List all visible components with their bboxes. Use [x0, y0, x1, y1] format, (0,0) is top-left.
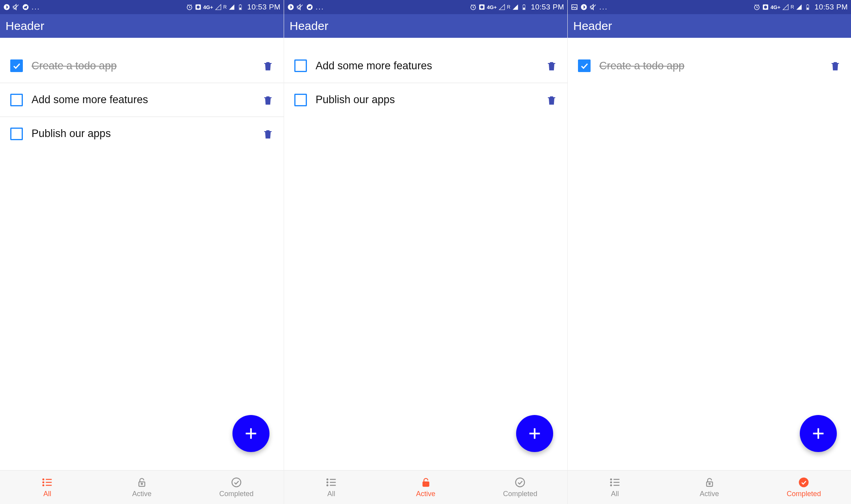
- todo-label: Publish our apps: [32, 128, 262, 140]
- mute-icon: [13, 4, 20, 11]
- alarm-icon: [753, 4, 760, 11]
- overflow-icon: ...: [316, 3, 324, 11]
- battery-icon: [520, 4, 528, 11]
- app-icon: [195, 4, 202, 11]
- tab-all[interactable]: All: [0, 471, 95, 504]
- svg-point-15: [43, 482, 44, 483]
- svg-point-59: [799, 478, 808, 487]
- signal-icon-2: [512, 4, 519, 11]
- tab-completed[interactable]: Completed: [473, 471, 567, 504]
- notification-icon: [3, 4, 10, 11]
- status-left: ...: [3, 3, 40, 11]
- trash-icon[interactable]: [262, 94, 273, 106]
- page-title: Header: [573, 19, 612, 33]
- tab-label: Active: [700, 490, 719, 498]
- todo-list: Create a todo app Add some more features…: [0, 38, 284, 470]
- page-title: Header: [290, 19, 328, 33]
- todo-checkbox[interactable]: [294, 59, 307, 72]
- svg-rect-27: [524, 4, 525, 5]
- telegram-icon: [306, 4, 313, 11]
- svg-rect-28: [523, 8, 525, 10]
- tab-completed[interactable]: Completed: [189, 471, 284, 504]
- tab-all[interactable]: All: [284, 471, 379, 504]
- todo-item: Publish our apps: [284, 83, 567, 117]
- todo-list: Add some more features Publish our apps: [284, 38, 567, 470]
- bottom-tabs: All Active Completed: [568, 470, 851, 504]
- overflow-icon: ...: [32, 3, 40, 11]
- todo-item: Add some more features: [0, 83, 284, 117]
- status-time: 10:53 PM: [247, 3, 281, 11]
- unlock-icon: [136, 476, 148, 488]
- todo-checkbox[interactable]: [10, 59, 23, 72]
- tab-active[interactable]: Active: [379, 471, 473, 504]
- unlock-icon: [420, 476, 432, 488]
- tab-label: Active: [416, 490, 435, 498]
- status-left: ...: [287, 3, 324, 11]
- todo-item: Create a todo app: [0, 49, 284, 83]
- svg-rect-7: [240, 4, 241, 5]
- list-icon: [325, 476, 337, 488]
- signal-icon-2: [228, 4, 235, 11]
- trash-icon[interactable]: [262, 59, 273, 72]
- status-right: 4G+ R 10:53 PM: [753, 3, 848, 11]
- trash-icon[interactable]: [546, 94, 557, 106]
- app-bar: Header: [284, 14, 567, 38]
- network-4g: 4G+: [203, 4, 213, 10]
- check-circle-icon: [514, 476, 526, 488]
- svg-point-18: [141, 483, 142, 484]
- todo-checkbox[interactable]: [578, 59, 591, 72]
- tab-active[interactable]: Active: [662, 471, 757, 504]
- todo-item: Create a todo app: [568, 49, 851, 83]
- trash-icon[interactable]: [830, 59, 841, 72]
- svg-point-34: [327, 479, 328, 480]
- screen-active: ... 4G+ R 10:53 PM Header Add some more …: [284, 0, 567, 504]
- svg-point-36: [327, 485, 328, 486]
- overflow-icon: ...: [599, 3, 608, 11]
- check-circle-icon: [230, 476, 242, 488]
- battery-icon: [804, 4, 811, 11]
- todo-checkbox[interactable]: [10, 94, 23, 106]
- app-icon: [478, 4, 485, 11]
- bottom-tabs: All Active Completed: [0, 470, 284, 504]
- bottom-tabs: All Active Completed: [284, 470, 567, 504]
- tab-label: Completed: [219, 490, 253, 498]
- roaming-indicator: R: [791, 4, 794, 10]
- todo-checkbox[interactable]: [294, 94, 307, 106]
- signal-icon: [498, 4, 505, 11]
- battery-icon: [237, 4, 244, 11]
- svg-point-35: [327, 482, 328, 483]
- svg-rect-48: [807, 8, 809, 10]
- alarm-icon: [186, 4, 193, 11]
- tab-active[interactable]: Active: [95, 471, 189, 504]
- svg-point-5: [197, 6, 200, 9]
- page-title: Header: [6, 19, 44, 33]
- status-left: ...: [571, 3, 608, 11]
- screen-all: ... 4G+ R 10:53 PM Header Create a todo …: [0, 0, 284, 504]
- add-todo-button[interactable]: [800, 415, 837, 452]
- svg-point-19: [232, 478, 241, 487]
- image-icon: [571, 4, 578, 11]
- mute-icon: [590, 4, 597, 11]
- todo-label: Add some more features: [316, 60, 546, 72]
- svg-point-38: [425, 483, 426, 484]
- status-bar: ... 4G+ R 10:53 PM: [568, 0, 851, 14]
- screen-completed: ... 4G+ R 10:53 PM Header Create a todo …: [567, 0, 851, 504]
- todo-item: Publish our apps: [0, 117, 284, 150]
- add-todo-button[interactable]: [516, 415, 553, 452]
- todo-label: Create a todo app: [599, 60, 830, 72]
- status-bar: ... 4G+ R 10:53 PM: [0, 0, 284, 14]
- trash-icon[interactable]: [546, 59, 557, 72]
- svg-point-58: [709, 483, 710, 484]
- todo-checkbox[interactable]: [10, 128, 23, 140]
- status-bar: ... 4G+ R 10:53 PM: [284, 0, 567, 14]
- svg-point-55: [611, 482, 612, 483]
- app-bar: Header: [0, 14, 284, 38]
- tab-all[interactable]: All: [568, 471, 662, 504]
- svg-point-56: [611, 485, 612, 486]
- trash-icon[interactable]: [262, 128, 273, 140]
- add-todo-button[interactable]: [232, 415, 269, 452]
- status-time: 10:53 PM: [531, 3, 564, 11]
- todo-label: Add some more features: [32, 94, 262, 106]
- tab-completed[interactable]: Completed: [756, 471, 851, 504]
- notification-icon: [287, 4, 294, 11]
